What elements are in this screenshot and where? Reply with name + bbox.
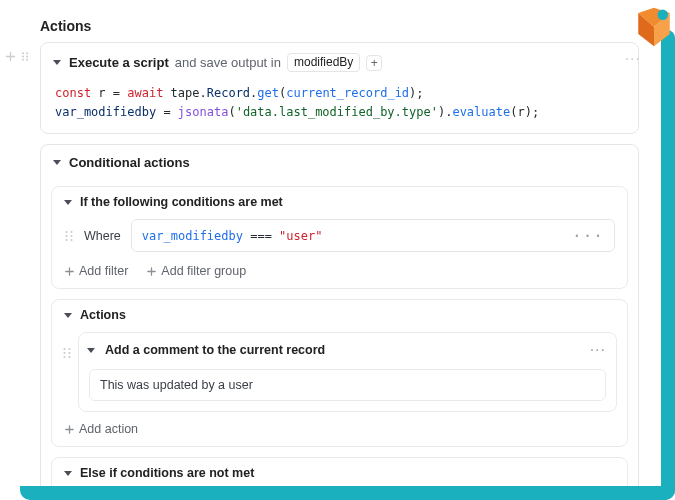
then-actions-title: Actions (80, 308, 126, 322)
svg-point-13 (63, 348, 65, 350)
automation-panel: ··· Actions Execute a script and save ou… (0, 0, 661, 486)
condition-row: Where var_modifiedby === "user" ··· (52, 215, 627, 262)
svg-point-6 (26, 59, 28, 61)
plus-icon (64, 266, 75, 277)
if-block-title: If the following conditions are met (80, 195, 283, 209)
comment-text-input[interactable]: This was updated by a user (89, 369, 606, 401)
else-block: Else if conditions are not met Add a com… (51, 457, 628, 486)
svg-point-3 (22, 59, 24, 61)
add-filter-label: Add filter (79, 264, 128, 278)
caret-down-icon (64, 200, 72, 205)
svg-point-17 (68, 352, 70, 354)
action-item-header[interactable]: Add a comment to the current record (87, 343, 325, 357)
block-gutter (4, 50, 32, 63)
action-item-menu-icon[interactable]: ··· (590, 341, 606, 359)
then-actions-header[interactable]: Actions (52, 300, 627, 328)
script-action-card: Execute a script and save output in modi… (40, 42, 639, 134)
svg-point-16 (68, 348, 70, 350)
svg-point-14 (63, 352, 65, 354)
caret-down-icon (87, 348, 95, 353)
svg-point-18 (68, 356, 70, 358)
expr-var: var_modifiedby (142, 229, 243, 243)
conditional-actions-card: Conditional actions If the following con… (40, 144, 639, 486)
condition-menu-icon[interactable]: ··· (572, 226, 604, 245)
action-item: Add a comment to the current record ··· … (78, 332, 617, 412)
svg-point-8 (65, 235, 67, 237)
svg-point-7 (65, 231, 67, 233)
drag-handle-icon[interactable] (19, 50, 32, 63)
output-variable-chip[interactable]: modifiedBy (287, 53, 360, 72)
script-action-subtitle: and save output in (175, 55, 281, 70)
where-label: Where (84, 229, 121, 243)
add-filter-group-label: Add filter group (161, 264, 246, 278)
conditional-actions-header[interactable]: Conditional actions (41, 145, 638, 178)
caret-down-icon (64, 313, 72, 318)
add-filter-button[interactable]: Add filter (64, 264, 128, 278)
then-actions-block: Actions Add a comment to the current rec… (51, 299, 628, 447)
plus-icon (146, 266, 157, 277)
svg-point-5 (26, 56, 28, 58)
caret-down-icon (53, 60, 61, 65)
plus-icon[interactable] (4, 50, 17, 63)
filter-links: Add filter Add filter group (52, 262, 627, 288)
expr-str: "user" (279, 229, 322, 243)
block-menu-icon[interactable]: ··· (625, 50, 641, 68)
caret-down-icon (64, 471, 72, 476)
add-action-label: Add action (79, 422, 138, 436)
script-action-header[interactable]: Execute a script and save output in modi… (41, 43, 638, 80)
conditional-actions-title: Conditional actions (69, 155, 190, 170)
app-logo-icon (633, 6, 675, 48)
action-item-title: Add a comment to the current record (105, 343, 325, 357)
svg-point-1 (22, 52, 24, 54)
svg-point-11 (70, 235, 72, 237)
drag-handle-icon[interactable] (64, 229, 74, 243)
add-filter-group-button[interactable]: Add filter group (146, 264, 246, 278)
plus-icon (64, 424, 75, 435)
accent-right (661, 30, 675, 500)
if-block-header[interactable]: If the following conditions are met (52, 187, 627, 215)
svg-point-9 (65, 239, 67, 241)
svg-point-12 (70, 239, 72, 241)
svg-point-4 (26, 52, 28, 54)
accent-bottom (20, 486, 675, 500)
svg-point-2 (22, 56, 24, 58)
script-action-title: Execute a script (69, 55, 169, 70)
script-code-editor[interactable]: const r = await tape.Record.get(current_… (41, 80, 638, 133)
expr-op: === (243, 229, 279, 243)
else-block-title: Else if conditions are not met (80, 466, 254, 480)
svg-point-0 (658, 10, 669, 21)
add-action-button[interactable]: Add action (52, 420, 627, 446)
svg-point-15 (63, 356, 65, 358)
condition-expression-input[interactable]: var_modifiedby === "user" ··· (131, 219, 615, 252)
page-title: Actions (40, 18, 639, 34)
if-block: If the following conditions are met Wher… (51, 186, 628, 289)
caret-down-icon (53, 160, 61, 165)
add-output-button[interactable]: + (366, 55, 382, 71)
else-block-header[interactable]: Else if conditions are not met (52, 458, 627, 486)
drag-handle-icon[interactable] (62, 346, 72, 363)
svg-point-10 (70, 231, 72, 233)
